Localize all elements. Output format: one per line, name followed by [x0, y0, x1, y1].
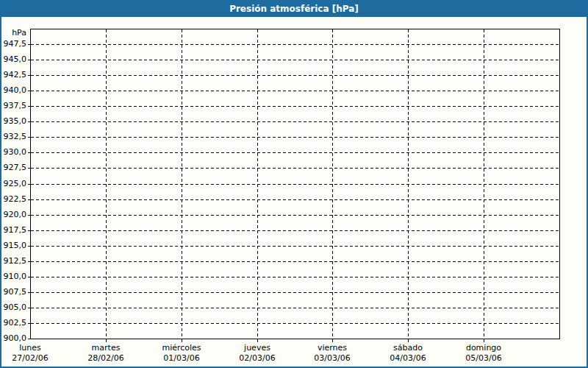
y-axis-tick — [28, 292, 30, 293]
y-axis-tick-label: 912,5 — [1, 256, 26, 266]
x-axis-tick — [484, 339, 484, 342]
x-axis-tick — [332, 339, 333, 342]
x-axis-category-label: sábado04/03/06 — [390, 343, 426, 364]
x-axis-date-label: 27/02/06 — [12, 353, 48, 364]
h-gridline — [31, 184, 559, 185]
v-gridline — [106, 29, 107, 339]
pressure-chart: hPa 947,5945,0942,5940,0937,5935,0932,59… — [1, 1, 587, 367]
h-gridline — [31, 199, 559, 200]
h-gridline — [31, 277, 559, 277]
h-gridline — [31, 91, 559, 91]
x-axis-category-label: jueves02/03/06 — [239, 343, 275, 364]
x-axis-day-label: jueves — [239, 343, 275, 353]
x-axis-category-label: miércoles01/03/06 — [162, 343, 201, 364]
y-axis-tick-label: 910,0 — [1, 272, 26, 281]
x-axis-tick — [408, 339, 409, 342]
y-axis-tick — [28, 137, 30, 138]
x-axis-day-label: martes — [87, 343, 123, 353]
y-axis-tick-label: 937,5 — [1, 101, 26, 110]
h-gridline — [31, 308, 559, 308]
h-gridline — [31, 152, 559, 153]
y-axis-tick — [28, 199, 30, 200]
chart-window: Presión atmosférica [hPa] hPa 947,5945,0… — [0, 0, 588, 368]
h-gridline — [31, 230, 559, 231]
h-gridline — [31, 121, 559, 122]
x-axis-category-label: viernes03/03/06 — [314, 343, 350, 364]
y-axis-tick — [28, 44, 30, 45]
x-axis-date-label: 01/03/06 — [162, 353, 201, 364]
x-axis-category-label: martes28/02/06 — [87, 343, 123, 364]
y-axis-tick-label: 905,0 — [1, 302, 26, 312]
x-axis-day-label: domingo — [465, 343, 501, 353]
y-axis-tick — [28, 323, 30, 324]
y-axis-tick-label: 932,5 — [1, 132, 26, 141]
h-gridline — [31, 137, 559, 138]
y-axis-tick-label: 917,5 — [1, 225, 26, 235]
v-gridline — [332, 29, 333, 339]
h-gridline — [31, 323, 559, 324]
h-gridline — [31, 44, 559, 45]
x-axis-day-label: miércoles — [162, 343, 201, 353]
y-axis-tick — [28, 277, 30, 277]
x-axis-tick — [257, 339, 258, 342]
y-axis-tick-label: 922,5 — [1, 194, 26, 204]
x-axis-day-label: viernes — [314, 343, 350, 353]
y-axis-tick — [28, 75, 30, 76]
y-axis-tick — [28, 168, 30, 169]
y-axis-tick — [28, 308, 30, 308]
y-axis-tick-label: 907,5 — [1, 287, 26, 297]
h-gridline — [31, 60, 559, 60]
x-axis-day-label: sábado — [390, 343, 426, 353]
y-axis-tick-label: 900,0 — [1, 333, 26, 343]
y-axis-tick — [28, 339, 30, 339]
y-axis-tick — [28, 230, 30, 231]
h-gridline — [31, 215, 559, 216]
y-axis-tick-label: 930,0 — [1, 147, 26, 157]
x-axis-category-label: domingo05/03/06 — [465, 343, 501, 364]
y-axis-tick-label: 945,0 — [1, 54, 26, 64]
y-axis-tick-label: 920,0 — [1, 210, 26, 219]
x-axis-date-label: 03/03/06 — [314, 353, 350, 364]
y-axis-unit-label: hPa — [1, 28, 26, 38]
y-axis-tick-label: 947,5 — [1, 39, 26, 49]
y-axis-tick — [28, 91, 30, 91]
x-axis-day-label: lunes — [12, 343, 48, 353]
y-axis-tick — [28, 60, 30, 60]
y-axis-tick — [28, 121, 30, 122]
h-gridline — [31, 246, 559, 247]
y-axis-tick-label: 902,5 — [1, 318, 26, 328]
x-axis-category-label: lunes27/02/06 — [12, 343, 48, 364]
x-axis-date-label: 28/02/06 — [87, 353, 123, 364]
x-axis-tick — [182, 339, 182, 342]
x-axis-date-label: 02/03/06 — [239, 353, 275, 364]
x-axis-date-label: 05/03/06 — [465, 353, 501, 364]
y-axis-tick — [28, 246, 30, 247]
y-axis-tick — [28, 215, 30, 216]
h-gridline — [31, 261, 559, 262]
h-gridline — [31, 75, 559, 76]
y-axis-tick — [28, 184, 30, 185]
y-axis-tick-label: 925,0 — [1, 179, 26, 188]
v-gridline — [484, 29, 484, 339]
x-axis-date-label: 04/03/06 — [390, 353, 426, 364]
v-gridline — [408, 29, 409, 339]
h-gridline — [31, 292, 559, 293]
h-gridline — [31, 168, 559, 169]
y-axis-tick-label: 940,0 — [1, 85, 26, 95]
y-axis-tick — [28, 152, 30, 153]
v-gridline — [257, 29, 258, 339]
y-axis-tick-label: 942,5 — [1, 70, 26, 79]
x-axis-tick — [106, 339, 107, 342]
y-axis-tick-label: 915,0 — [1, 241, 26, 250]
y-axis-tick — [28, 106, 30, 107]
y-axis-tick — [28, 261, 30, 262]
v-gridline — [182, 29, 182, 339]
y-axis-tick-label: 935,0 — [1, 116, 26, 126]
y-axis-tick-label: 927,5 — [1, 163, 26, 172]
h-gridline — [31, 106, 559, 107]
